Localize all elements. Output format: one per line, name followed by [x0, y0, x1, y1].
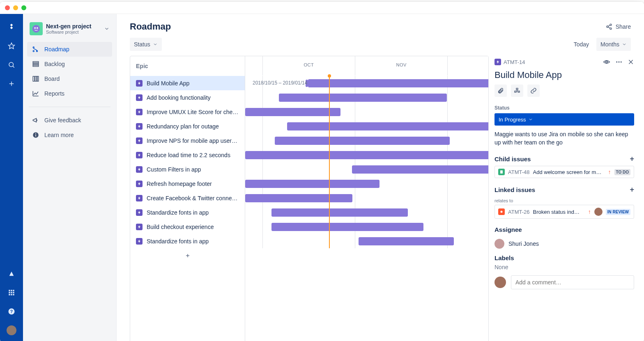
svg-line-35: [608, 27, 610, 28]
chevron-down-icon: [622, 42, 627, 47]
sidebar-item-backlog[interactable]: Backlog: [27, 57, 112, 71]
linked-issue-summary: Broken status ind…: [533, 209, 585, 215]
epic-name: Add booking functionality: [147, 94, 211, 101]
epic-row[interactable]: Standardize fonts in app: [130, 205, 245, 220]
assignee-field[interactable]: Shuri Jones: [494, 236, 634, 252]
epic-bar[interactable]: [287, 122, 488, 130]
notifications-icon[interactable]: [5, 267, 18, 280]
create-epic-button[interactable]: [130, 248, 245, 263]
assignee-header: Assignee: [494, 224, 634, 236]
svg-rect-13: [13, 294, 14, 295]
sidebar-item-feedback[interactable]: Give feedback: [27, 113, 112, 128]
svg-rect-26: [35, 76, 37, 81]
minimize-window-icon[interactable]: [13, 5, 18, 10]
star-icon[interactable]: [5, 39, 18, 53]
epic-bar[interactable]: [245, 151, 488, 159]
issue-description[interactable]: Maggie wants to use Jira on mobile so sh…: [494, 126, 634, 152]
sidebar-item-label: Roadmap: [44, 46, 69, 53]
epic-bar[interactable]: [245, 180, 380, 188]
status-dropdown[interactable]: In Progress: [494, 113, 634, 126]
epic-row[interactable]: Reduce load time to 2.2 seconds: [130, 148, 245, 162]
share-label: Share: [616, 23, 631, 30]
attach-button[interactable]: [494, 85, 507, 97]
epic-bar[interactable]: [275, 137, 450, 145]
reports-icon: [31, 89, 40, 98]
epic-bar[interactable]: [308, 79, 488, 87]
profile-avatar[interactable]: [5, 324, 18, 337]
child-issues-label: Child issues: [494, 156, 531, 162]
epic-row[interactable]: Redundancy plan for outage: [130, 119, 245, 133]
today-button[interactable]: Today: [570, 38, 593, 51]
child-issue-key: ATMT-48: [508, 169, 530, 175]
epic-bar[interactable]: [245, 194, 352, 202]
close-panel-icon[interactable]: [628, 59, 634, 65]
add-child-issue-icon[interactable]: +: [630, 155, 634, 163]
comment-input[interactable]: [511, 275, 634, 289]
epic-row[interactable]: Improve NPS for mobile app users by …: [130, 133, 245, 148]
sidebar-item-board[interactable]: Board: [27, 71, 112, 86]
sidebar-item-learn[interactable]: Learn more: [27, 128, 112, 142]
epic-row[interactable]: Build checkout experience: [130, 220, 245, 234]
sidebar-item-roadmap[interactable]: Roadmap: [27, 42, 112, 57]
close-window-icon[interactable]: [5, 5, 10, 10]
issue-title[interactable]: Build Mobile App: [494, 67, 634, 85]
add-child-button[interactable]: [511, 85, 523, 97]
app-switcher-icon[interactable]: [5, 286, 18, 299]
epic-row[interactable]: Standardize fonts in app: [130, 234, 245, 248]
maximize-window-icon[interactable]: [21, 5, 26, 10]
epic-bar[interactable]: [271, 208, 408, 217]
watch-icon[interactable]: [603, 58, 610, 66]
today-indicator: [329, 76, 330, 248]
link-issue-button[interactable]: [527, 85, 540, 97]
range-dropdown[interactable]: Months: [596, 38, 631, 51]
sidebar-item-reports[interactable]: Reports: [27, 86, 112, 101]
epic-row[interactable]: Custom Filters in app: [130, 162, 245, 176]
linked-issue-status: IN REVIEW: [606, 209, 630, 215]
epic-name: Standardize fonts in app: [147, 238, 209, 245]
epic-bar[interactable]: [245, 108, 340, 116]
epic-row[interactable]: Create Facebook & Twitter connector: [130, 191, 245, 205]
epic-row[interactable]: Add booking functionality: [130, 90, 245, 105]
project-switcher[interactable]: Next-gen project Software project: [27, 21, 112, 37]
child-issue-status: TO DO: [614, 169, 630, 175]
more-actions-icon[interactable]: [615, 58, 623, 66]
help-icon[interactable]: ?: [5, 305, 18, 318]
epic-type-icon: [136, 80, 143, 87]
linked-assignee-avatar: [594, 208, 603, 216]
epic-bar[interactable]: [352, 165, 488, 174]
svg-point-17: [34, 27, 36, 29]
issue-key[interactable]: ATMT-14: [494, 59, 525, 65]
epic-name: Standardize fonts in app: [147, 209, 209, 216]
epic-bar[interactable]: [279, 94, 447, 102]
epic-bar[interactable]: [359, 237, 454, 245]
search-icon[interactable]: [5, 58, 18, 71]
project-type: Software project: [46, 30, 104, 34]
create-icon[interactable]: [5, 77, 18, 90]
filter-status-dropdown[interactable]: Status: [130, 38, 162, 51]
child-issue-row[interactable]: ATMT-48 Add welcome screen for m… ↑ TO D…: [494, 166, 634, 178]
global-nav: ?: [0, 14, 23, 341]
epic-name: Custom Filters in app: [147, 166, 201, 173]
svg-rect-8: [9, 292, 10, 293]
share-button[interactable]: Share: [606, 23, 631, 30]
epic-row[interactable]: Build Mobile App: [130, 76, 245, 90]
svg-point-32: [607, 26, 608, 27]
linked-issue-row[interactable]: ATMT-26 Broken status ind… ↑ IN REVIEW: [494, 205, 634, 219]
epic-name: Improve NPS for mobile app users by …: [147, 137, 239, 144]
labels-value[interactable]: None: [494, 264, 634, 270]
app-window: ? Next-gen project Software project Road…: [0, 2, 644, 341]
page-header: Roadmap Share: [117, 14, 644, 35]
current-user-avatar: [494, 277, 506, 288]
epic-bar[interactable]: [271, 223, 423, 231]
main-panel: Roadmap Share Status Today Months: [117, 14, 644, 341]
add-linked-issue-icon[interactable]: +: [630, 185, 634, 194]
svg-rect-27: [37, 76, 39, 81]
epic-type-icon: [136, 152, 143, 158]
epic-row[interactable]: Improve UMUX Lite Score for checko…: [130, 105, 245, 119]
product-logo-icon[interactable]: [5, 21, 18, 34]
svg-rect-11: [9, 294, 10, 295]
epic-row[interactable]: Refresh homepage footer: [130, 176, 245, 191]
sidebar-item-label: Give feedback: [44, 117, 81, 124]
linked-issues-header: Linked issues +: [494, 183, 634, 197]
month-label: OCT: [304, 62, 314, 67]
